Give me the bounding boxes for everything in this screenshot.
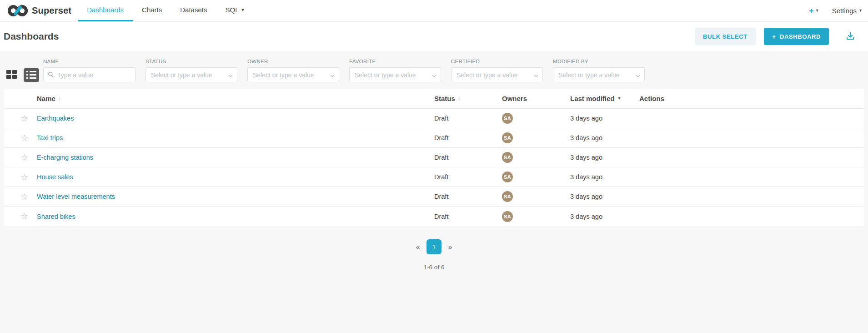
filter-label: NAME [43, 59, 135, 64]
nav-item-dashboards[interactable]: Dashboards [78, 0, 133, 21]
certified-select[interactable]: Select or type a value [451, 67, 543, 82]
dashboard-link[interactable]: Taxi trips [37, 134, 63, 141]
column-header-last-modified[interactable]: Last modified ▼ [570, 95, 639, 102]
favorite-star-icon[interactable]: ☆ [20, 212, 28, 221]
list-view-toggle[interactable] [24, 68, 39, 82]
next-page-button[interactable]: » [448, 243, 452, 251]
nav-item-sql[interactable]: SQL ▾ [216, 0, 253, 21]
status-label: Draft [434, 134, 448, 141]
table-row: ☆ Water level measurements Draft SA 3 da… [4, 187, 864, 207]
last-modified-text: 3 days ago [570, 213, 602, 220]
settings-label: Settings [832, 7, 857, 15]
filter-bar: NAME STATUS Select or type a value OWNE [0, 51, 868, 89]
favorite-star-icon[interactable]: ☆ [20, 153, 28, 162]
last-modified-text: 3 days ago [570, 154, 602, 161]
filter-name: NAME [43, 59, 135, 82]
dashboard-link[interactable]: Earthquakes [37, 115, 74, 122]
nav-item-charts[interactable]: Charts [133, 0, 171, 21]
page-header: Dashboards BULK SELECT + DASHBOARD [0, 22, 868, 51]
owner-avatar[interactable]: SA [502, 211, 513, 222]
chevron-down-icon: ▾ [859, 8, 862, 13]
table-row: ☆ Shared bikes Draft SA 3 days ago [4, 207, 864, 226]
status-label: Draft [434, 173, 448, 181]
header-actions: BULK SELECT + DASHBOARD [695, 28, 862, 45]
settings-menu[interactable]: Settings ▾ [832, 7, 862, 15]
owner-avatar[interactable]: SA [502, 113, 513, 124]
card-view-toggle[interactable] [6, 70, 18, 80]
prev-page-button[interactable]: « [416, 243, 420, 251]
bulk-select-button[interactable]: BULK SELECT [695, 28, 756, 45]
brand-name: Superset [32, 5, 71, 16]
sort-icon: ▲▼ [458, 96, 461, 101]
dashboard-link[interactable]: Water level measurements [37, 193, 115, 200]
sort-icon: ▲▼ [58, 96, 61, 101]
superset-logo[interactable]: Superset [7, 3, 71, 18]
column-header-status[interactable]: Status ▲▼ [434, 95, 502, 102]
new-dashboard-label: DASHBOARD [780, 33, 821, 40]
filter-status: STATUS Select or type a value [146, 59, 237, 82]
favorite-star-icon[interactable]: ☆ [20, 133, 28, 143]
dashboard-link[interactable]: House sales [37, 173, 73, 181]
status-select[interactable]: Select or type a value [146, 67, 237, 82]
grid-icon [6, 70, 11, 74]
select-placeholder: Select or type a value [558, 71, 620, 79]
table-row: ☆ Earthquakes Draft SA 3 days ago [4, 109, 864, 128]
pagination: « 1 » [0, 239, 868, 254]
last-modified-text: 3 days ago [570, 115, 602, 122]
page-1-button[interactable]: 1 [426, 239, 442, 254]
search-icon [47, 71, 55, 80]
select-placeholder: Select or type a value [253, 71, 314, 79]
column-header-actions: Actions [639, 95, 864, 102]
chevron-down-icon: ▾ [241, 8, 244, 12]
owner-avatar[interactable]: SA [502, 172, 513, 182]
table-row: ☆ Taxi trips Draft SA 3 days ago [4, 128, 864, 148]
status-label: Draft [434, 213, 448, 220]
column-header-owners: Owners [502, 95, 570, 102]
filter-label: MODIFIED BY [553, 59, 645, 64]
grid-icon [12, 75, 17, 79]
owner-avatar[interactable]: SA [502, 152, 513, 163]
pagination-summary: 1-6 of 6 [0, 264, 868, 271]
last-modified-text: 3 days ago [570, 173, 602, 181]
import-dashboards-button[interactable] [845, 31, 855, 41]
superset-infinity-icon [7, 3, 28, 18]
list-icon [26, 71, 39, 72]
download-icon [845, 31, 855, 41]
new-item-menu[interactable]: + ▾ [809, 6, 818, 15]
status-label: Draft [434, 115, 448, 122]
grid-icon [12, 70, 17, 74]
owner-avatar[interactable]: SA [502, 191, 513, 202]
new-dashboard-button[interactable]: + DASHBOARD [764, 28, 829, 45]
favorite-star-icon[interactable]: ☆ [20, 192, 28, 202]
owner-select[interactable]: Select or type a value [247, 67, 339, 82]
sort-desc-icon: ▼ [617, 96, 622, 101]
name-search-input[interactable] [43, 67, 135, 82]
plus-icon: + [809, 6, 814, 15]
filter-owner: OWNER Select or type a value [247, 59, 339, 82]
nav-menu: Dashboards Charts Datasets SQL ▾ [78, 0, 253, 21]
dashboard-link[interactable]: Shared bikes [37, 213, 75, 220]
view-toggles [6, 67, 39, 82]
modified-by-select[interactable]: Select or type a value [553, 67, 645, 82]
nav-item-label: Dashboards [87, 6, 124, 14]
favorite-star-icon[interactable]: ☆ [20, 172, 28, 182]
filter-certified: CERTIFIED Select or type a value [451, 59, 543, 82]
nav-item-datasets[interactable]: Datasets [171, 0, 216, 21]
chevron-down-icon [431, 72, 437, 81]
filter-label: OWNER [247, 59, 339, 64]
top-navbar: Superset Dashboards Charts Datasets SQL … [0, 0, 868, 22]
chevron-down-icon [330, 72, 335, 81]
status-label: Draft [434, 154, 448, 161]
column-header-name[interactable]: Name ▲▼ [37, 95, 434, 102]
favorite-star-icon[interactable]: ☆ [20, 114, 28, 123]
favorite-select[interactable]: Select or type a value [349, 67, 441, 82]
list-icon [26, 74, 39, 76]
owner-avatar[interactable]: SA [502, 132, 513, 143]
chevron-down-icon: ▾ [816, 8, 818, 13]
table-row: ☆ E-charging stations Draft SA 3 days ag… [4, 148, 864, 167]
filter-label: FAVORITE [349, 59, 441, 64]
nav-item-label: SQL [225, 6, 239, 14]
chevron-down-icon [533, 72, 539, 81]
chevron-down-icon [635, 72, 641, 81]
dashboard-link[interactable]: E-charging stations [37, 154, 93, 161]
